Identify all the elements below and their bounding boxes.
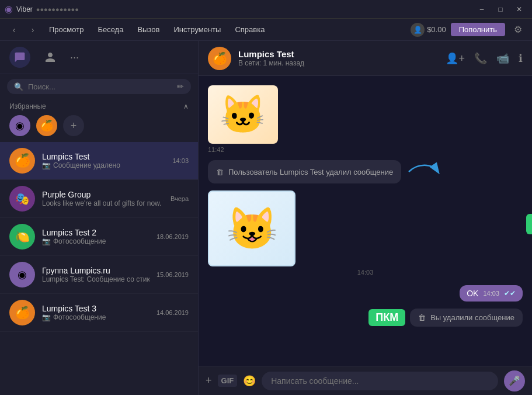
chat-preview: Looks like we're all out of gifts for no… [42,199,164,207]
chat-meta: Вчера [171,195,189,202]
menu-chat[interactable]: Беседа [92,23,129,36]
chat-info: Lumpics Test 3 📷 Фотосообщение [42,304,149,321]
chat-item[interactable]: 🎭 Purple Group Looks like we're all out … [0,180,198,218]
favorites-header: Избранные ∧ [0,99,198,113]
delete-icon: 🗑 [216,168,224,176]
chat-name: Lumpics Test [42,152,165,161]
back-button[interactable]: ‹ [6,22,22,38]
app-title: Viber [16,5,33,13]
sticker-message: 🐱 11:42 [208,85,523,153]
chat-name: Lumpics Test 3 [42,304,149,313]
deleted-message-container: 🗑 Пользователь Lumpics Test удалил сообщ… [208,160,523,183]
mic-button[interactable]: 🎤 [504,370,525,391]
ok-text: OK [467,289,478,298]
deleted-message-bubble: 🗑 Пользователь Lumpics Test удалил сообщ… [208,160,401,183]
settings-button[interactable]: ⚙ [510,22,526,38]
chat-time: Вчера [171,195,189,202]
avatar: 🍊 [9,300,35,325]
chat-header-name: Lumpics Test [238,49,439,59]
chat-area: 🍊 Lumpics Test В сети: 1 мин. назад 👤+ 📞… [199,41,532,395]
chat-item[interactable]: 🍊 Lumpics Test 3 📷 Фотосообщение 14.06.2… [0,294,198,332]
chat-preview: Lumpics Test: Сообщение со стикером [42,275,149,283]
menu-call[interactable]: Вызов [131,23,165,36]
chat-item[interactable]: ◉ Группа Lumpics.ru Lumpics Test: Сообще… [0,256,198,294]
ok-message: OK 14:03 ✔✔ [208,285,523,302]
arrow-annotation [406,160,441,183]
chat-info: Lumpics Test 📷 Сообщение удалено [42,152,165,169]
account-icon: 👤 [411,23,425,37]
compose-icon[interactable]: ✏ [177,82,184,91]
search-icon: 🔍 [14,82,23,91]
avatar: ◉ [9,262,35,287]
chat-item[interactable]: 🍋 Lumpics Test 2 📷 Фотосообщение 18.06.2… [0,218,198,256]
chat-preview: 📷 Сообщение удалено [42,161,165,169]
chat-name: Purple Group [42,190,164,199]
chat-meta: 15.06.2019 [157,271,189,278]
chat-name: Группа Lumpics.ru [42,266,149,275]
chat-preview: 📷 Фотосообщение [42,313,149,321]
account-info: ●●●●●●●●●●● [36,6,79,13]
chat-header: 🍊 Lumpics Test В сети: 1 мин. назад 👤+ 📞… [199,41,532,76]
deleted-message-text: Пользователь Lumpics Test удалил сообщен… [228,168,393,176]
chat-list: 🍊 Lumpics Test 📷 Сообщение удалено 14:03… [0,142,198,395]
menu-help[interactable]: Справка [229,23,270,36]
chats-tab-button[interactable] [9,47,30,68]
info-button[interactable]: ℹ [519,52,523,65]
minimize-button[interactable]: – [474,4,490,15]
menu-bar: ‹ › Просмотр Беседа Вызов Инструменты Сп… [0,19,532,41]
favorites-chevron-icon[interactable]: ∧ [183,102,189,110]
chat-meta: 14:03 [172,157,189,164]
voice-call-button[interactable]: 📞 [474,52,487,65]
maximize-button[interactable]: □ [492,4,509,15]
preview-icon: 📷 [42,161,51,169]
topup-button[interactable]: Пополнить [451,23,505,36]
gif-button[interactable]: GIF [218,375,238,387]
add-contact-button[interactable]: 👤+ [446,52,465,65]
avatar: 🎭 [9,186,35,212]
search-input-wrap: 🔍 ✏ [7,79,191,94]
ok-time: 14:03 [483,290,499,297]
main-layout: ··· 🔍 ✏ Избранные ∧ ◉ 🍊 + 🍊 [0,41,532,395]
chat-header-status: В сети: 1 мин. назад [238,59,439,67]
video-call-button[interactable]: 📹 [496,52,509,65]
favorites-label: Избранные [9,102,46,110]
pkm-badge-1: ПКМ [526,214,532,234]
sidebar: ··· 🔍 ✏ Избранные ∧ ◉ 🍊 + 🍊 [0,41,199,395]
message-input[interactable] [262,372,498,390]
chat-info: Группа Lumpics.ru Lumpics Test: Сообщени… [42,266,149,283]
input-bar: + GIF 😊 🎤 [199,366,532,395]
ok-bubble: OK 14:03 ✔✔ [460,285,523,302]
title-bar: ◉ Viber ●●●●●●●●●●● – □ ✕ [0,0,532,19]
sticker-image-2: 😺 [208,190,295,266]
chat-time: 18.06.2019 [157,233,189,240]
deleted-right-bubble: 🗑 Вы удалили сообщение [410,309,523,327]
delete-icon-2: 🗑 [418,313,426,322]
contacts-tab-button[interactable] [40,47,61,68]
forward-button[interactable]: › [25,22,41,38]
menu-view[interactable]: Просмотр [43,23,89,36]
account-area[interactable]: 👤 $0.00 [411,23,446,37]
avatar: 🍋 [9,224,35,250]
preview-icon: 📷 [42,313,51,321]
deleted-right-text: Вы удалили сообщение [430,313,514,322]
chat-time: 14:03 [172,157,189,164]
more-options-button[interactable]: ··· [70,51,79,64]
chat-info: Lumpics Test 2 📷 Фотосообщение [42,228,149,245]
chat-preview: 📷 Фотосообщение [42,237,149,245]
add-favorite-button[interactable]: + [63,115,84,136]
preview-icon: 📷 [42,237,51,245]
add-attachment-button[interactable]: + [206,375,212,387]
window-controls: – □ ✕ [474,4,527,15]
chat-name: Lumpics Test 2 [42,228,149,237]
close-button[interactable]: ✕ [511,4,527,15]
favorite-viber[interactable]: ◉ [9,115,30,136]
sticker-button[interactable]: 😊 [243,375,256,387]
search-input[interactable] [28,82,172,91]
chat-time: 14.06.2019 [157,309,189,316]
sticker-image: 🐱 [208,85,278,144]
message-check-icon: ✔✔ [504,289,516,297]
menu-tools[interactable]: Инструменты [168,23,227,36]
balance-display: $0.00 [427,25,446,34]
favorite-lumpics[interactable]: 🍊 [36,115,57,136]
chat-item[interactable]: 🍊 Lumpics Test 📷 Сообщение удалено 14:03 [0,142,198,180]
